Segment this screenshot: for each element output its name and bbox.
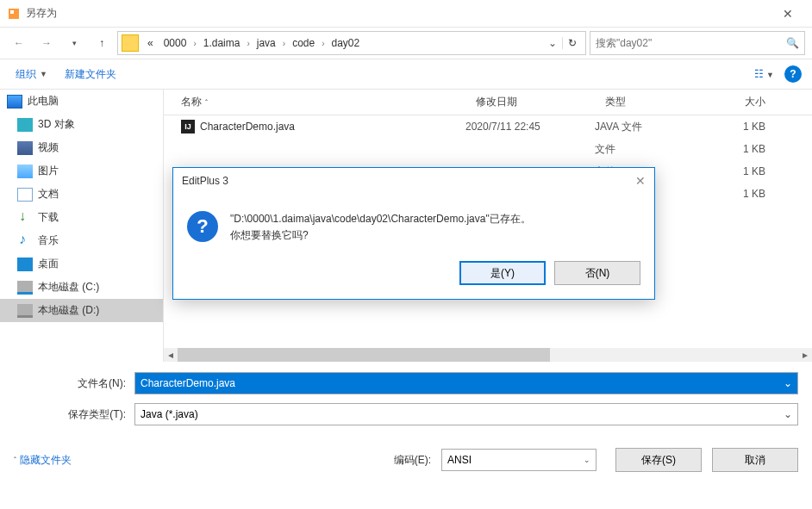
titlebar: 另存为 ✕ [0, 0, 812, 28]
view-options-button[interactable]: ☷ ▼ [751, 65, 778, 84]
file-icon: IJ [181, 120, 195, 133]
search-box[interactable]: 🔍 [590, 31, 805, 55]
window-title: 另存为 [26, 6, 771, 21]
help-button[interactable]: ? [784, 65, 802, 83]
app-icon [7, 7, 21, 21]
breadcrumb-item[interactable]: java [252, 37, 281, 49]
sidebar-item[interactable]: 音乐 [0, 229, 163, 252]
tree-icon [17, 281, 33, 295]
sidebar-item[interactable]: 本地磁盘 (C:) [0, 276, 163, 299]
file-type: 文件 [595, 142, 707, 157]
breadcrumb-ellipsis[interactable]: « [142, 37, 159, 49]
new-folder-button[interactable]: 新建文件夹 [59, 64, 122, 85]
nav-row: ← → ▾ ↑ « 0000› 1.daima› java› code› day… [0, 28, 812, 59]
nav-up-button[interactable]: ↑ [90, 31, 114, 55]
sidebar-item-label: 此电脑 [28, 94, 59, 109]
organize-button[interactable]: 组织 ▼ [10, 64, 53, 85]
filename-input[interactable]: CharacterDemo.java ⌄ [134, 372, 798, 394]
sidebar-item-label: 图片 [38, 164, 59, 178]
tree-icon [17, 164, 33, 178]
dialog-message: "D:\0000\1.daima\java\code\day02\Charact… [230, 211, 531, 244]
dialog-no-button[interactable]: 否(N) [554, 261, 640, 285]
save-form: 文件名(N): CharacterDemo.java ⌄ 保存类型(T): Ja… [0, 362, 812, 441]
address-bar[interactable]: « 0000› 1.daima› java› code› day02 ⌄ ↻ [117, 31, 586, 55]
chevron-right-icon: › [191, 39, 197, 48]
tree-icon [7, 95, 22, 109]
search-icon[interactable]: 🔍 [786, 37, 799, 49]
toolbar: 组织 ▼ 新建文件夹 ☷ ▼ ? [0, 59, 812, 90]
file-type: JAVA 文件 [595, 120, 707, 134]
filetype-label: 保存类型(T): [14, 407, 134, 422]
file-date: 2020/7/11 22:45 [465, 121, 595, 133]
sidebar-item[interactable]: 此电脑 [0, 90, 163, 113]
column-date[interactable]: 修改日期 [465, 95, 595, 109]
scroll-right-button[interactable]: ▸ [798, 348, 812, 362]
encoding-value: ANSI [447, 454, 584, 466]
sidebar-item[interactable]: 下载 [0, 206, 163, 229]
sidebar-item[interactable]: 本地磁盘 (D:) [0, 299, 163, 322]
sidebar-item[interactable]: 3D 对象 [0, 113, 163, 136]
column-name[interactable]: 名称 ˆ [164, 95, 465, 109]
dialog-close-button[interactable]: ✕ [635, 174, 646, 188]
sidebar-item[interactable]: 文档 [0, 183, 163, 206]
chevron-right-icon: › [245, 39, 251, 48]
confirm-dialog: EditPlus 3 ✕ ? "D:\0000\1.daima\java\cod… [172, 167, 655, 300]
horizontal-scrollbar[interactable]: ◂ ▸ [164, 348, 812, 362]
filename-dropdown-icon[interactable]: ⌄ [784, 377, 792, 389]
tree-icon [17, 234, 33, 248]
nav-recent-button[interactable]: ▾ [62, 31, 86, 55]
folder-icon [122, 34, 139, 52]
chevron-right-icon: › [320, 39, 326, 48]
filetype-value: Java (*.java) [141, 408, 784, 420]
tree-icon [17, 258, 33, 271]
nav-back-button[interactable]: ← [7, 31, 31, 55]
question-icon: ? [187, 211, 218, 242]
sidebar-item-label: 文档 [38, 187, 59, 202]
sidebar-item-label: 本地磁盘 (D:) [38, 303, 99, 318]
sidebar-item-label: 音乐 [38, 233, 59, 248]
breadcrumb-item[interactable]: 0000 [159, 37, 192, 49]
column-size[interactable]: 大小 [707, 95, 776, 109]
column-headers: 名称 ˆ 修改日期 类型 大小 [164, 90, 812, 115]
chevron-right-icon: › [281, 39, 287, 48]
hide-folders-button[interactable]: ˆ 隐藏文件夹 [14, 453, 72, 468]
file-size: 1 KB [707, 165, 776, 177]
sort-indicator-icon: ˆ [205, 98, 208, 107]
svg-rect-1 [10, 10, 14, 14]
sidebar-item-label: 3D 对象 [38, 117, 75, 132]
sidebar-item-label: 下载 [38, 210, 59, 225]
file-name: CharacterDemo.java [200, 121, 295, 133]
address-dropdown-button[interactable]: ⌄ [543, 37, 562, 49]
tree-icon [17, 141, 33, 155]
encoding-dropdown-icon[interactable]: ⌄ [584, 456, 590, 464]
encoding-select[interactable]: ANSI ⌄ [441, 449, 597, 471]
breadcrumb-item[interactable]: day02 [327, 37, 365, 49]
column-type[interactable]: 类型 [595, 95, 707, 109]
refresh-button[interactable]: ↻ [562, 37, 582, 49]
file-row[interactable]: 文件1 KB [164, 138, 812, 160]
nav-forward-button: → [34, 31, 59, 55]
tree-icon [17, 211, 33, 225]
tree-icon [17, 304, 33, 318]
file-size: 1 KB [707, 143, 776, 155]
search-input[interactable] [596, 37, 786, 49]
window-close-button[interactable]: ✕ [771, 7, 805, 21]
filename-value: CharacterDemo.java [141, 377, 784, 389]
filetype-dropdown-icon[interactable]: ⌄ [784, 408, 792, 420]
file-size: 1 KB [707, 121, 776, 133]
sidebar-item[interactable]: 视频 [0, 136, 163, 159]
dialog-yes-button[interactable]: 是(Y) [459, 261, 546, 285]
dialog-titlebar: EditPlus 3 ✕ [173, 168, 654, 194]
cancel-button[interactable]: 取消 [712, 448, 798, 472]
filetype-select[interactable]: Java (*.java) ⌄ [134, 403, 798, 425]
encoding-label: 编码(E): [394, 453, 431, 468]
sidebar-item[interactable]: 图片 [0, 159, 163, 183]
scroll-left-button[interactable]: ◂ [164, 348, 178, 362]
sidebar-item[interactable]: 桌面 [0, 252, 163, 276]
scroll-thumb[interactable] [178, 348, 550, 362]
sidebar-item-label: 桌面 [38, 257, 59, 271]
breadcrumb-item[interactable]: code [287, 37, 320, 49]
breadcrumb-item[interactable]: 1.daima [198, 37, 246, 49]
file-row[interactable]: IJCharacterDemo.java2020/7/11 22:45JAVA … [164, 115, 812, 138]
save-button[interactable]: 保存(S) [615, 448, 702, 472]
